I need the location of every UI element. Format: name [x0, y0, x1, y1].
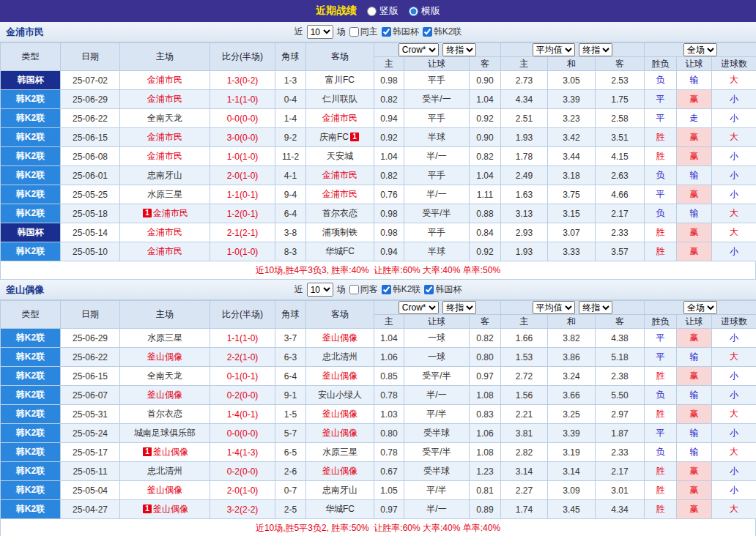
same-away-checkbox[interactable] — [349, 285, 359, 294]
recent-count-select[interactable]: 10 — [307, 25, 333, 39]
k2-league-checkbox[interactable] — [382, 285, 391, 294]
odds-home: 1.04 — [374, 329, 404, 348]
fulltime-select[interactable]: 全场 — [683, 43, 717, 56]
away-team[interactable]: 首尔衣恋 — [306, 204, 374, 223]
avg-stage-select[interactable]: 终指 — [579, 301, 612, 314]
avg-away: 1.87 — [596, 424, 645, 443]
k2-league-checkbox[interactable] — [423, 27, 432, 37]
away-team[interactable]: 釜山偶像 — [306, 329, 374, 348]
home-team[interactable]: 金浦市民 — [120, 128, 210, 147]
near-label: 近 — [294, 283, 303, 296]
match-row: 韩K2联25-05-171釜山偶像1-4(1-3)6-5水原三星0.78受平/半… — [1, 443, 756, 462]
avg-stage-select[interactable]: 终指 — [579, 43, 612, 56]
filter-checkbox-k2-league[interactable]: 韩K2联 — [382, 283, 421, 296]
team-name: 富川FC — [325, 75, 355, 85]
home-team[interactable]: 1釜山偶像 — [120, 500, 210, 519]
odds-away: 1.11 — [470, 185, 501, 204]
away-team[interactable]: 金浦市民 — [306, 185, 374, 204]
average-select[interactable]: 平均值 — [533, 43, 575, 56]
layout-option-vertical[interactable]: 竖版 — [367, 4, 399, 18]
korean-cup-checkbox[interactable] — [424, 285, 434, 294]
away-team[interactable]: 庆南FC1 — [306, 128, 374, 147]
home-team[interactable]: 首尔衣恋 — [120, 405, 210, 424]
away-team[interactable]: 天安城 — [306, 147, 374, 166]
odds-away: 1.06 — [470, 424, 501, 443]
home-team[interactable]: 1釜山偶像 — [120, 443, 210, 462]
score: 1-4(1-3) — [210, 443, 275, 462]
corner: 9-4 — [275, 185, 306, 204]
home-team[interactable]: 釜山偶像 — [120, 348, 210, 367]
filter-checkbox-k2-league[interactable]: 韩K2联 — [423, 26, 462, 38]
home-team[interactable]: 釜山偶像 — [120, 386, 210, 405]
home-team[interactable]: 忠南牙山 — [120, 166, 210, 185]
column-header-avg-home: 主 — [501, 315, 548, 329]
result-goals: 大 — [712, 223, 756, 242]
away-team[interactable]: 釜山偶像 — [306, 424, 374, 443]
odds-away: 0.90 — [470, 128, 501, 147]
away-team[interactable]: 华城FC — [306, 500, 374, 519]
filter-bar: 近 10 场 同主 韩国杯 韩K2联 — [294, 25, 462, 39]
team-name: 釜山偶像 — [147, 390, 182, 400]
home-team[interactable]: 水原三星 — [120, 185, 210, 204]
home-team[interactable]: 金浦市民 — [120, 223, 210, 242]
away-team[interactable]: 釜山偶像 — [306, 367, 374, 386]
away-team[interactable]: 金浦市民 — [306, 109, 374, 128]
team-name: 釜山偶像 — [322, 371, 357, 381]
column-header-home: 主场 — [120, 43, 210, 71]
away-team[interactable]: 釜山偶像 — [306, 462, 374, 481]
away-team[interactable]: 仁川联队 — [306, 90, 374, 109]
home-team[interactable]: 水原三星 — [120, 329, 210, 348]
bookmaker-select[interactable]: Crow* — [399, 301, 439, 314]
home-team[interactable]: 全南天龙 — [120, 367, 210, 386]
match-date: 25-06-22 — [61, 109, 120, 128]
corner: 9-1 — [275, 386, 306, 405]
filter-checkbox-korean-cup[interactable]: 韩国杯 — [424, 283, 462, 296]
home-team[interactable]: 全南天龙 — [120, 109, 210, 128]
corner: 0-7 — [275, 481, 306, 500]
avg-away: 1.75 — [596, 90, 645, 109]
team-name: 釜山偶像 — [322, 409, 357, 419]
away-team[interactable]: 忠北清州 — [306, 348, 374, 367]
corner: 1-5 — [275, 405, 306, 424]
home-team[interactable]: 1金浦市民 — [120, 204, 210, 223]
home-team[interactable]: 金浦市民 — [120, 242, 210, 261]
away-team[interactable]: 忠南牙山 — [306, 481, 374, 500]
corner: 9-2 — [275, 128, 306, 147]
away-team[interactable]: 富川FC — [306, 71, 374, 90]
vertical-radio[interactable] — [367, 7, 377, 16]
odds-stage-select[interactable]: 终指 — [442, 43, 476, 56]
result-outcome: 平 — [645, 329, 677, 348]
away-team[interactable]: 金浦市民 — [306, 166, 374, 185]
odds-stage-select[interactable]: 终指 — [442, 301, 476, 314]
filter-checkbox-same-home[interactable]: 同主 — [349, 26, 378, 38]
horizontal-radio[interactable] — [409, 7, 418, 16]
filter-checkbox-korean-cup[interactable]: 韩国杯 — [382, 26, 419, 38]
korean-cup-checkbox[interactable] — [382, 27, 391, 37]
away-team[interactable]: 水原三星 — [306, 443, 374, 462]
recent-count-select[interactable]: 10 — [307, 283, 333, 297]
bookmaker-select[interactable]: Crow* — [399, 43, 439, 56]
result-handicap: 赢 — [677, 481, 712, 500]
home-team[interactable]: 金浦市民 — [120, 90, 210, 109]
layout-option-horizontal[interactable]: 横版 — [409, 4, 440, 18]
away-team[interactable]: 釜山偶像 — [306, 405, 374, 424]
avg-draw: 3.23 — [548, 109, 596, 128]
away-team[interactable]: 浦项制铁 — [306, 223, 374, 242]
home-team[interactable]: 金浦市民 — [120, 71, 210, 90]
home-team[interactable]: 城南足球俱乐部 — [120, 424, 210, 443]
filter-checkbox-same-away[interactable]: 同客 — [349, 283, 378, 296]
odds-handicap: 受半球 — [404, 424, 470, 443]
team-name: 水原三星 — [147, 332, 182, 343]
same-home-checkbox[interactable] — [349, 27, 359, 37]
team-name: 天安城 — [327, 151, 353, 161]
avg-home: 1.66 — [501, 329, 548, 348]
away-team[interactable]: 安山小绿人 — [306, 386, 374, 405]
average-select[interactable]: 平均值 — [533, 301, 575, 314]
home-team[interactable]: 忠北清州 — [120, 462, 210, 481]
column-header-away: 客场 — [306, 301, 374, 329]
home-team[interactable]: 金浦市民 — [120, 147, 210, 166]
home-team[interactable]: 釜山偶像 — [120, 481, 210, 500]
fulltime-select[interactable]: 全场 — [683, 301, 717, 314]
games-label: 场 — [337, 283, 346, 296]
away-team[interactable]: 华城FC — [306, 242, 374, 261]
